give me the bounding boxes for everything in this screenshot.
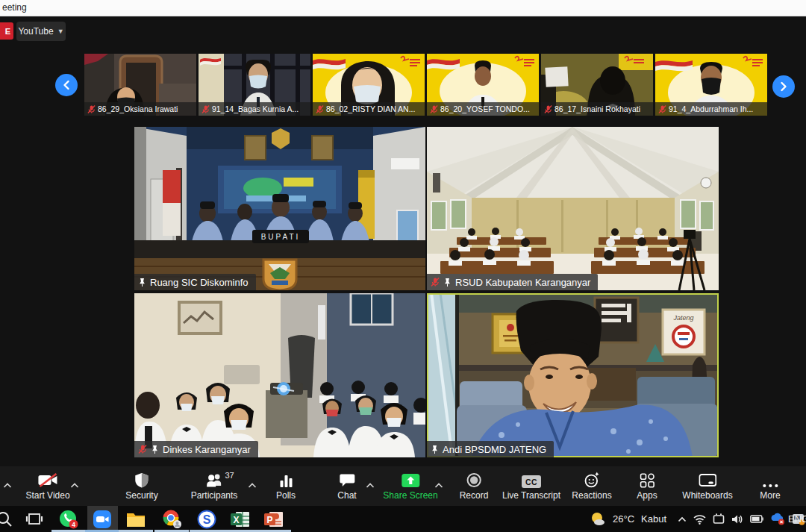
security-button[interactable]: Security	[125, 472, 157, 500]
participant-name: 86_29_Oksiana Irawati	[98, 104, 178, 113]
participant-name: 86_17_Isnaini Rokhayati	[554, 104, 640, 113]
search-icon[interactable]	[0, 508, 16, 530]
s-app-icon[interactable]: S	[196, 508, 218, 530]
cc-icon: CC	[522, 475, 541, 488]
share-screen-button[interactable]: Share Screen	[383, 472, 437, 500]
video-feed-speaker: Jateng	[427, 293, 719, 457]
muted-mic-icon	[431, 277, 440, 287]
wifi-icon[interactable]	[693, 514, 706, 525]
whatsapp-glyph: 4	[58, 509, 79, 530]
shield-icon	[134, 472, 149, 488]
apps-label: Apps	[637, 491, 657, 500]
whatsapp-icon[interactable]: 4	[57, 508, 80, 530]
jateng-frame-text: Jateng	[672, 314, 693, 322]
weather-temp[interactable]: 26°C	[613, 513, 634, 525]
video-options-caret[interactable]	[69, 478, 81, 492]
chat-button[interactable]: Chat	[337, 472, 356, 500]
powerpoint-letter: P	[266, 515, 272, 525]
chevron-up-icon	[70, 483, 79, 488]
apps-grid-icon	[640, 473, 655, 488]
onedrive-icon[interactable]	[770, 513, 785, 525]
video-feed-meeting-room: BUPATI	[134, 127, 425, 290]
chrome-glyph	[162, 509, 182, 529]
live-transcript-button[interactable]: CC Live Transcript	[502, 472, 560, 500]
whiteboards-label: Whiteboards	[682, 491, 732, 500]
whiteboards-button[interactable]: Whiteboards	[682, 472, 732, 500]
share-options-caret[interactable]	[433, 478, 445, 492]
chat-options-caret[interactable]	[364, 478, 376, 492]
participant-thumbnail-risty[interactable]: 86_02_RISTY DIAN AN...	[313, 54, 425, 116]
apps-button[interactable]: Apps	[637, 472, 657, 500]
battery-glyph	[750, 515, 763, 523]
video-tile-ruang-sic-diskominfo[interactable]: BUPATI Ruang SIC Diskominfo	[134, 127, 425, 290]
video-name-label: RSUD Kabupaten Karanganyar	[427, 274, 598, 290]
video-tile-rsud-karanganyar[interactable]: RSUD Kabupaten Karanganyar	[427, 127, 719, 290]
battery-icon[interactable]	[750, 515, 763, 523]
video-camera-off-icon	[37, 472, 59, 488]
chevron-up-icon	[3, 483, 12, 488]
chrome-icon[interactable]	[160, 508, 183, 530]
participant-name: 91_4_Abdurrahman Ih...	[669, 104, 753, 113]
pin-icon	[138, 278, 146, 287]
weather-condition[interactable]: Kabut	[641, 513, 666, 525]
video-tile-andi-bpsdmd-jateng[interactable]: Jateng	[427, 293, 719, 457]
filmstrip-next-button[interactable]	[772, 75, 795, 98]
audio-options-caret[interactable]	[1, 478, 13, 492]
polls-label: Polls	[276, 491, 296, 500]
excel-glyph: X	[231, 510, 250, 528]
volume-icon[interactable]	[731, 514, 743, 525]
share-screen-label: Share Screen	[383, 491, 437, 500]
excel-icon[interactable]: X	[229, 508, 252, 530]
desk-sign-text: BUPATI	[261, 233, 301, 241]
participants-options-caret[interactable]	[246, 478, 258, 492]
participant-thumbnail-isnaini[interactable]: 86_17_Isnaini Rokhayati	[541, 54, 653, 116]
participant-name: 86_20_YOSEF TONDO...	[440, 104, 530, 113]
participants-button[interactable]: 37 Participants	[191, 472, 238, 500]
wifi-glyph	[693, 514, 706, 525]
more-button[interactable]: More	[760, 472, 780, 500]
reactions-label: Reactions	[572, 491, 611, 500]
start-video-label: Start Video	[25, 491, 69, 500]
filmstrip-prev-button[interactable]	[55, 74, 78, 96]
reactions-button[interactable]: Reactions	[572, 472, 611, 500]
meeting-toolbar: Start Video Security	[0, 466, 806, 506]
participant-thumbnail-oksiana[interactable]: 86_29_Oksiana Irawati	[84, 54, 196, 116]
tray-expand-caret[interactable]	[678, 516, 687, 522]
whatsapp-badge: 4	[72, 521, 75, 528]
s-app-glyph: S	[197, 510, 216, 529]
video-name: Ruang SIC Diskominfo	[150, 277, 249, 288]
file-explorer-icon[interactable]	[125, 508, 147, 530]
chevron-up-icon	[248, 483, 257, 488]
zoom-app-icon[interactable]	[91, 508, 113, 530]
weather-icon[interactable]	[590, 511, 606, 528]
s-app-letter: S	[203, 513, 211, 525]
sun-cloud-glyph	[590, 511, 606, 528]
display-tray-icon[interactable]	[713, 513, 725, 525]
chevron-right-icon	[779, 81, 788, 92]
video-name-label: Dinkes Karanganyar	[134, 441, 258, 457]
magnifier-icon	[0, 510, 13, 528]
video-tile-dinkes-karanganyar[interactable]: Dinkes Karanganyar	[134, 293, 425, 457]
youtube-button[interactable]: YouTube ▼	[16, 22, 66, 41]
window-title: eeting	[2, 2, 27, 13]
video-name: RSUD Kabupaten Karanganyar	[455, 277, 590, 288]
language-indicator[interactable]: ENG	[788, 513, 806, 525]
video-feed-hall	[427, 127, 719, 290]
system-tray: 26°C Kabut	[590, 506, 805, 532]
participant-thumbnail-yosef[interactable]: 86_20_YOSEF TONDO...	[427, 54, 539, 116]
polls-button[interactable]: Polls	[276, 472, 296, 500]
record-icon	[466, 472, 482, 488]
chevron-down-icon: ▼	[57, 28, 64, 35]
start-video-button[interactable]: Start Video	[25, 472, 69, 500]
chevron-up-icon	[434, 483, 443, 488]
muted-mic-icon	[138, 444, 147, 454]
share-screen-icon	[401, 473, 420, 488]
record-button[interactable]: Record	[460, 472, 489, 500]
task-view-icon[interactable]	[23, 508, 46, 530]
powerpoint-icon[interactable]: P	[263, 508, 285, 530]
participant-thumbnail-abdurrahman[interactable]: 91_4_Abdurrahman Ih...	[655, 54, 767, 116]
participant-thumbnail-bagas[interactable]: 91_14_Bagas Kurnia A...	[199, 54, 310, 116]
muted-mic-icon	[316, 104, 324, 114]
participant-name-label: 86_17_Isnaini Rokhayati	[541, 102, 653, 116]
window-titlebar: eeting	[0, 0, 806, 16]
